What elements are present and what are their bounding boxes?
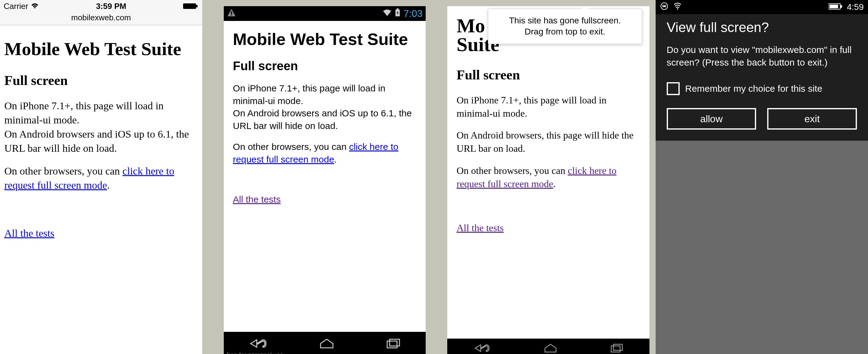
svg-rect-0 [183,3,196,9]
url-text: mobilexweb.com [71,13,131,22]
svg-rect-15 [841,5,842,8]
dialog-buttons: allow exit [667,108,857,130]
battery-icon [829,2,843,12]
checkbox-box[interactable] [667,82,680,95]
allow-button[interactable]: allow [667,108,756,130]
remember-label: Remember my choice for this site [685,83,823,94]
body-text-2: On other browsers, you can click here to… [4,164,198,192]
carrier-label: Carrier [4,2,28,11]
svg-rect-14 [830,5,838,8]
page-content: Mobile Web Test Suite Full screen On iPh… [0,25,202,245]
svg-rect-9 [613,344,622,350]
svg-rect-6 [387,341,397,348]
body-text-2-prefix: On other browsers, you can [457,165,568,176]
dialog-body: Do you want to view "mobilexweb.com" in … [667,44,857,69]
section-heading: Full screen [457,66,640,84]
android-chrome-panel: 7:03 Mobile Web Test Suite Full screen O… [224,6,426,354]
back-icon[interactable] [471,343,493,354]
body-text-1: On iPhone 7.1+, this page will load in m… [4,99,198,155]
toast-line-1: This site has gone fullscreen. [497,15,633,26]
wp-status-bar: 4:59 [656,0,868,14]
body-text-2: On other browsers, you can click here to… [233,141,417,166]
vibrate-icon [660,2,669,13]
wifi-icon [382,8,392,19]
ios-safari-panel: Carrier 3:59 PM mobilexweb.com Mobile We… [0,0,202,354]
home-icon[interactable] [541,343,560,354]
svg-rect-7 [390,339,400,346]
body-text-2-suffix: . [553,178,556,189]
fullscreen-toast: This site has gone fullscreen. Drag from… [488,9,642,44]
svg-rect-1 [196,5,197,7]
body-text-2-prefix: On other browsers, you can [233,142,349,152]
back-icon[interactable] [248,338,269,351]
home-icon[interactable] [317,338,337,351]
svg-rect-5 [397,8,399,9]
svg-point-12 [677,8,678,9]
body-text-2-suffix: . [334,154,337,164]
windows-phone-panel: 4:59 View full screen? Do you want to vi… [656,0,868,354]
status-time: 3:59 PM [96,2,126,11]
all-tests-link[interactable]: All the tests [233,193,417,206]
body-text-2-prefix: On other browsers, you can [4,165,122,177]
svg-point-11 [663,5,665,7]
page-title: Mobile Web Test Suite [233,30,417,48]
warning-icon [227,8,236,19]
remember-checkbox-row[interactable]: Remember my choice for this site [667,82,857,95]
body-text-1: On iPhone 7.1+, this page will load in m… [233,82,417,132]
body-text-1a: On iPhone 7.1+, this page will load in m… [457,94,640,120]
page-content: Mobile Web Test Suite Full screen On iPh… [224,21,426,212]
svg-rect-2 [231,11,232,14]
status-time: 7:03 [403,8,423,20]
wifi-icon [673,2,682,12]
all-tests-link[interactable]: All the tests [457,221,640,235]
android-nav-bar: free for personal use [224,332,426,354]
all-tests-link[interactable]: All the tests [4,226,198,240]
ios-url-bar[interactable]: mobilexweb.com [0,12,202,25]
body-text-2: On other browsers, you can click here to… [457,164,640,190]
battery-icon [183,3,198,9]
android-nav-bar [447,339,649,354]
svg-rect-3 [231,14,232,15]
page-title: Mobile Web Test Suite [4,39,198,59]
status-time: 4:59 [847,2,864,12]
fullscreen-dialog: View full screen? Do you want to view "m… [656,14,868,141]
battery-charging-icon [395,8,400,19]
footer-label: free for personal use [227,351,283,354]
toast-line-2: Drag from top to exit. [497,26,633,37]
recent-apps-icon[interactable] [385,338,402,351]
android-status-bar: 7:03 [224,6,426,21]
svg-rect-8 [611,346,620,352]
exit-button[interactable]: exit [767,108,857,130]
recent-apps-icon[interactable] [608,343,625,354]
body-text-1b: On Android browsers, this page will hide… [457,129,640,155]
ios-status-bar: Carrier 3:59 PM [0,0,202,12]
body-text-2-suffix: . [107,179,110,191]
section-heading: Full screen [233,58,417,74]
dialog-title: View full screen? [667,20,857,35]
wifi-icon [31,3,39,9]
android-fullscreen-panel: MoSuite Full screen On iPhone 7.1+, this… [447,6,649,354]
section-heading: Full screen [4,71,198,90]
